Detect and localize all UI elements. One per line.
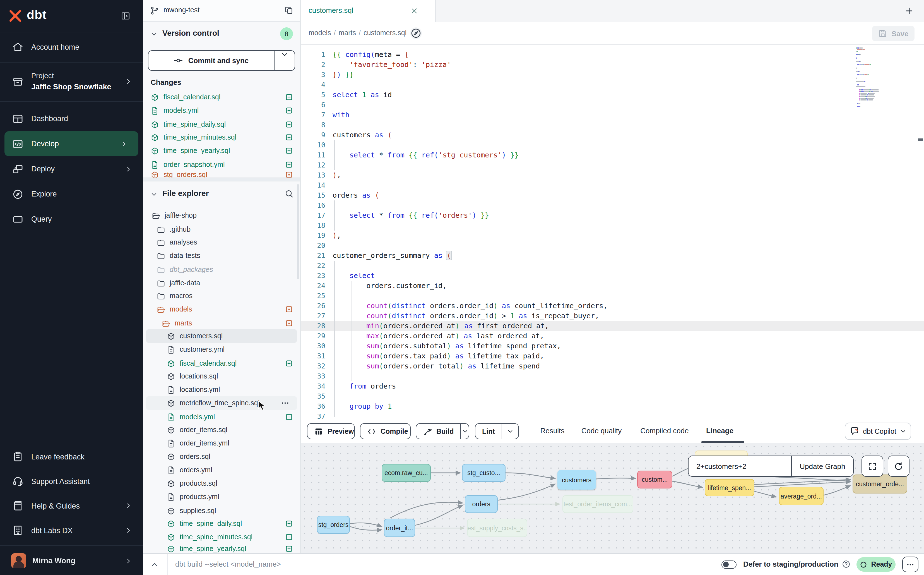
code-line-22[interactable] (333, 261, 851, 271)
changed-file-models-yml[interactable]: models.yml (143, 104, 300, 117)
lineage-node-lifetime-spend[interactable]: lifetime_spen... (705, 479, 754, 496)
sidebar-item-develop[interactable]: Develop (5, 131, 138, 156)
tree-item-order-items-sql[interactable]: order_items.sql (143, 423, 300, 437)
stage-plus-icon[interactable] (285, 545, 293, 553)
code-line-14[interactable] (333, 180, 851, 191)
code-line-34[interactable]: from orders (333, 381, 851, 391)
tree-item-orders-sql[interactable]: orders.sql (143, 450, 300, 463)
dbt-copilot-button[interactable]: dbt Copilot (845, 423, 911, 440)
lineage-panel[interactable]: ecom.raw_cu...stg_custo...customerscusto… (301, 443, 924, 553)
code-line-19[interactable]: ), (333, 230, 851, 241)
code-line-11[interactable]: select * from {{ ref('stg_customers') }} (333, 150, 851, 160)
editor-scrollbar[interactable] (917, 44, 924, 419)
changed-file-time-spine-minutes-sql[interactable]: time_spine_minutes.sql (143, 131, 300, 144)
tree-item-analyses[interactable]: analyses (143, 235, 300, 249)
tree-item-locations-sql[interactable]: locations.sql (143, 370, 300, 383)
command-input[interactable]: dbt build --select <model_name> (175, 560, 281, 568)
code-line-27[interactable]: count(distinct orders.order_id) > 1 as i… (333, 311, 851, 321)
compile-button[interactable]: Compile (360, 423, 410, 439)
file-explorer-header[interactable]: File explorer (143, 181, 300, 206)
code-line-26[interactable]: count(distinct orders.order_id) as count… (333, 301, 851, 311)
code-line-7[interactable]: with (333, 110, 851, 120)
tree-item-data-tests[interactable]: data-tests (143, 249, 300, 262)
pane-tab-code-quality[interactable]: Code quality (582, 427, 622, 435)
tree-item-supplies-sql[interactable]: supplies.sql (143, 504, 300, 518)
code-line-30[interactable]: sum(orders.subtotal) as lifetime_spend_p… (333, 341, 851, 351)
code-line-17[interactable]: select * from {{ ref('orders') }} (333, 210, 851, 221)
code-line-15[interactable]: orders as ( (333, 191, 851, 200)
panel-section-divider[interactable] (143, 178, 300, 181)
chevron-down-icon[interactable] (502, 424, 518, 439)
lineage-node-customers[interactable]: customers (558, 470, 596, 489)
code-line-2[interactable]: 'favorite_food': 'pizza' (333, 60, 851, 70)
fullscreen-button[interactable] (862, 456, 883, 477)
changed-file-time-spine-daily-sql[interactable]: time_spine_daily.sql (143, 118, 300, 131)
tree-item-time-spine-minutes-sql[interactable]: time_spine_minutes.sql (143, 531, 300, 544)
chevron-up-icon[interactable] (151, 561, 158, 568)
code-line-1[interactable]: {{ config(meta = { (333, 50, 851, 60)
row-menu-icon[interactable] (281, 399, 290, 408)
tree-item-products-sql[interactable]: products.sql (143, 477, 300, 490)
tree-item-customers-sql[interactable]: customers.sql (146, 329, 297, 343)
minimap[interactable] (856, 48, 915, 110)
sidebar-item-help-guides[interactable]: Help & Guides (0, 494, 143, 518)
code-line-37[interactable] (333, 411, 851, 419)
stage-plus-icon[interactable] (285, 161, 293, 168)
tree-item-models[interactable]: models (143, 303, 300, 316)
tree-item-jaffle-shop[interactable]: jaffle-shop (143, 209, 300, 222)
modified-dot-icon[interactable] (285, 171, 293, 178)
modified-dot-icon[interactable] (285, 305, 293, 313)
stage-plus-icon[interactable] (285, 359, 293, 367)
changed-file-time-spine-yearly-sql[interactable]: time_spine_yearly.sql (143, 144, 300, 157)
sidebar-item-dashboard[interactable]: Dashboard (0, 106, 143, 131)
code-line-36[interactable]: group by 1 (333, 401, 851, 411)
copilot-compass-icon[interactable] (410, 27, 422, 39)
code-line-33[interactable] (333, 371, 851, 381)
lineage-node-ecom-raw[interactable]: ecom.raw_cu... (382, 464, 431, 482)
preview-button[interactable]: Preview (307, 423, 355, 439)
scrollbar-thumb[interactable] (918, 138, 923, 141)
lineage-node-orders[interactable]: orders (465, 495, 498, 513)
stage-plus-icon[interactable] (285, 147, 293, 155)
tree-item-metricflow-time-spine-sql[interactable]: metricflow_time_spine.sql (146, 396, 297, 410)
tree-item-orders-yml[interactable]: orders.yml (143, 463, 300, 477)
stage-plus-icon[interactable] (285, 121, 293, 129)
code-line-29[interactable]: max(orders.ordered_at) as last_ordered_a… (333, 331, 851, 341)
lineage-node-average-order[interactable]: average_ord... (779, 487, 824, 505)
save-button[interactable]: Save (872, 26, 914, 41)
stage-plus-icon[interactable] (285, 93, 293, 101)
defer-toggle[interactable] (721, 561, 737, 569)
build-button[interactable]: Build (416, 423, 469, 439)
search-icon[interactable] (285, 189, 293, 198)
code-line-31[interactable]: sum(orders.tax_paid) as lifetime_tax_pai… (333, 351, 851, 361)
close-icon[interactable] (410, 7, 418, 15)
lineage-node-customers-semantic[interactable]: custom... (637, 470, 672, 488)
pane-tab-lineage[interactable]: Lineage (706, 427, 734, 435)
code-line-12[interactable] (333, 160, 851, 170)
lineage-node-customer-orders[interactable]: customer_orde... (853, 475, 907, 494)
tree-item-time-spine-daily-sql[interactable]: time_spine_daily.sql (143, 517, 300, 531)
code-line-6[interactable] (333, 100, 851, 110)
sidebar-item-support-assistant[interactable]: Support Assistant (0, 469, 143, 494)
tab-customers-sql[interactable]: customers.sql (301, 0, 436, 22)
code-line-23[interactable]: select (333, 271, 851, 281)
stage-plus-icon[interactable] (285, 133, 293, 141)
tree-scrollbar[interactable] (297, 184, 299, 279)
tree-item-jaffle-data[interactable]: jaffle-data (143, 276, 300, 290)
stage-plus-icon[interactable] (285, 413, 293, 421)
update-graph-button[interactable]: Update Graph (792, 456, 853, 476)
tree-item-time-spine-yearly-sql[interactable]: time_spine_yearly.sql (143, 542, 300, 553)
tree-item-order-items-yml[interactable]: order_items.yml (143, 437, 300, 450)
lineage-node-stg-customers[interactable]: stg_custo... (462, 464, 506, 482)
pane-tab-results[interactable]: Results (540, 427, 565, 435)
sidebar-item-account-home[interactable]: Account home (0, 32, 143, 62)
tree-item-products-yml[interactable]: products.yml (143, 490, 300, 504)
lineage-node-stg-orders[interactable]: stg_orders (317, 516, 350, 534)
code-line-3[interactable]: }) }} (333, 70, 851, 80)
code-editor[interactable]: 1234567891011121314151617181920212223242… (301, 44, 924, 419)
tree-item-github[interactable]: .github (143, 223, 300, 236)
new-tab-icon[interactable] (905, 6, 914, 16)
lineage-node-order-items[interactable]: order_it... (384, 519, 415, 537)
code-line-13[interactable]: ), (333, 170, 851, 180)
pane-tab-compiled-code[interactable]: Compiled code (640, 427, 689, 435)
